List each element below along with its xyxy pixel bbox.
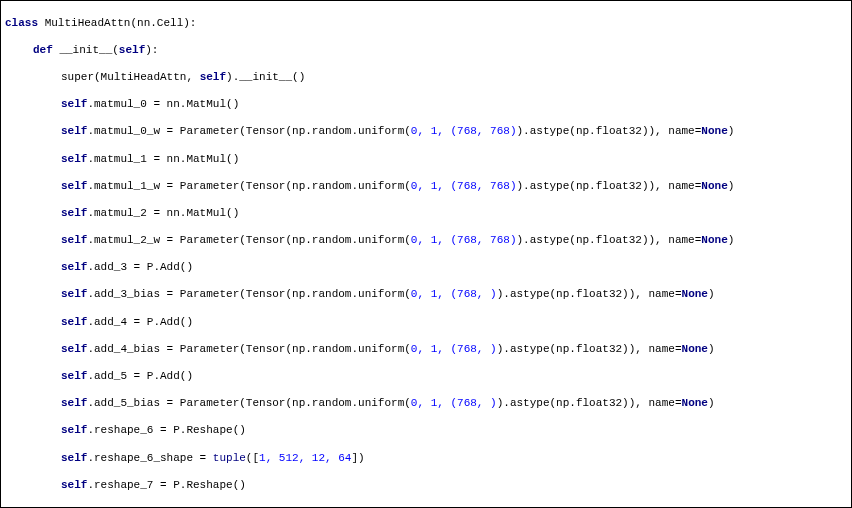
keyword-def: def — [33, 44, 53, 56]
code-line: self.matmul_0 = nn.MatMul() — [5, 98, 847, 112]
code-line: self.matmul_0_w = Parameter(Tensor(np.ra… — [5, 125, 847, 139]
code-line: self.add_5 = P.Add() — [5, 370, 847, 384]
code-line: self.reshape_6_shape = tuple([1, 512, 12… — [5, 452, 847, 466]
code-line: self.reshape_6 = P.Reshape() — [5, 424, 847, 438]
code-line: super(MultiHeadAttn, self).__init__() — [5, 71, 847, 85]
code-line: self.matmul_2_w = Parameter(Tensor(np.ra… — [5, 234, 847, 248]
self-kw: self — [119, 44, 145, 56]
func-name: __init__ — [59, 44, 112, 56]
code-line: self.matmul_2 = nn.MatMul() — [5, 207, 847, 221]
code-line: self.add_3 = P.Add() — [5, 261, 847, 275]
code-line: self.add_5_bias = Parameter(Tensor(np.ra… — [5, 397, 847, 411]
code-line: def __init__(self): — [5, 44, 847, 58]
code-line: class MultiHeadAttn(nn.Cell): — [5, 17, 847, 31]
code-line: self.add_4_bias = Parameter(Tensor(np.ra… — [5, 343, 847, 357]
code-line: self.add_4 = P.Add() — [5, 316, 847, 330]
class-paren: (nn.Cell): — [130, 17, 196, 29]
class-name: MultiHeadAttn — [45, 17, 131, 29]
code-line: self.reshape_7 = P.Reshape() — [5, 479, 847, 493]
code-line: self.matmul_1 = nn.MatMul() — [5, 153, 847, 167]
keyword-class: class — [5, 17, 38, 29]
code-line: self.add_3_bias = Parameter(Tensor(np.ra… — [5, 288, 847, 302]
code-block: class MultiHeadAttn(nn.Cell): def __init… — [0, 0, 852, 508]
self-kw: self — [200, 71, 226, 83]
code-line: self.matmul_1_w = Parameter(Tensor(np.ra… — [5, 180, 847, 194]
